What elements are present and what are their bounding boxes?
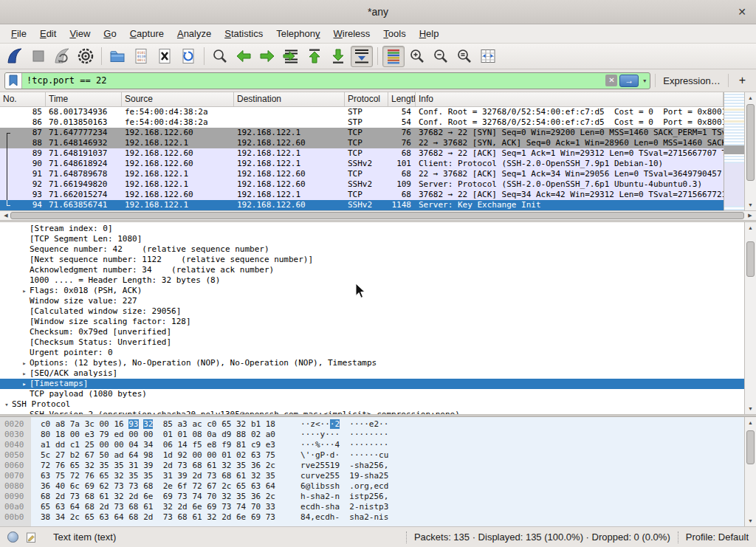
resize-columns-button[interactable]	[477, 46, 499, 67]
menu-view[interactable]: View	[63, 26, 97, 41]
filter-apply-button[interactable]: →	[619, 75, 639, 87]
go-forward-button[interactable]	[256, 46, 278, 67]
expression-button[interactable]: Expression…	[660, 75, 723, 86]
auto-scroll-button[interactable]	[351, 46, 373, 67]
hex-row-00a0[interactable]: 00a065 63 64 68 2d 73 68 61 32 2d 6e 69 …	[0, 502, 744, 512]
detail-line[interactable]: Checksum: 0x79ed [unverified]	[0, 327, 744, 337]
scrollbar-thumb[interactable]	[746, 241, 755, 277]
detail-line[interactable]: Window size value: 227	[0, 296, 744, 306]
save-file-button[interactable]: 010101100011	[130, 46, 152, 67]
hex-bytes[interactable]: c0 a8 7a 3c 00 16 93 32 85 a3 ac c0 65 3…	[31, 419, 286, 430]
close-file-button[interactable]	[154, 46, 176, 67]
status-profile[interactable]: Profile: Default	[686, 531, 749, 543]
column-header-source[interactable]: Source	[122, 92, 234, 106]
hex-row-0080[interactable]: 008036 40 6c 69 62 73 73 68 2e 6f 72 67 …	[0, 481, 744, 492]
hex-ascii[interactable]: \'·gP·d· ······cu	[286, 450, 388, 461]
scrollbar-thumb[interactable]	[746, 104, 755, 181]
menu-capture[interactable]: Capture	[123, 26, 171, 41]
detail-line[interactable]: TCP payload (1080 bytes)	[0, 389, 744, 399]
scrollbar-thumb[interactable]	[746, 430, 755, 464]
column-header-time[interactable]: Time	[46, 92, 122, 106]
column-header-destination[interactable]: Destination	[234, 92, 345, 106]
filter-add-button[interactable]: +	[733, 74, 752, 87]
scroll-down-arrow-icon[interactable]: ▼	[745, 200, 756, 210]
packet-row-94[interactable]: 9471.663856741192.168.122.1192.168.122.6…	[0, 200, 724, 210]
menu-telephony[interactable]: Telephony	[269, 26, 326, 41]
menu-wireless[interactable]: Wireless	[327, 26, 377, 41]
packet-list-header[interactable]: No.TimeSourceDestinationProtocolLengthIn…	[0, 92, 724, 107]
menu-help[interactable]: Help	[413, 26, 446, 41]
detail-line[interactable]: [Checksum Status: Unverified]	[0, 337, 744, 348]
colorize-packets-button[interactable]	[382, 46, 405, 67]
packet-list-vscrollbar[interactable]: ▲ ▼	[744, 92, 756, 210]
hex-bytes[interactable]: 72 76 65 32 35 35 31 39 2d 73 68 61 32 3…	[31, 461, 286, 471]
zoom-out-button[interactable]	[430, 46, 452, 67]
hex-dump[interactable]: 0020c0 a8 7a 3c 00 16 93 32 85 a3 ac c0 …	[0, 417, 744, 526]
menu-analyze[interactable]: Analyze	[171, 26, 218, 41]
hex-row-0020[interactable]: 0020c0 a8 7a 3c 00 16 93 32 85 a3 ac c0 …	[0, 419, 744, 430]
column-header-protocol[interactable]: Protocol	[345, 92, 388, 106]
hex-row-0090[interactable]: 009068 2d 73 68 61 32 2d 6e 69 73 74 70 …	[0, 492, 744, 502]
window-close-button[interactable]: ✕	[735, 5, 749, 18]
scroll-left-arrow-icon[interactable]: ◀	[1, 211, 10, 220]
hex-bytes[interactable]: 65 63 64 68 2d 73 68 61 32 2d 6e 69 73 7…	[31, 502, 286, 512]
detail-line[interactable]: [TCP Segment Len: 1080]	[0, 234, 744, 244]
packet-row-93[interactable]: 9371.662015274192.168.122.60192.168.122.…	[0, 190, 724, 200]
display-filter-field[interactable]: !tcp.port == 22 ✕ → ▾	[4, 72, 650, 89]
zoom-in-button[interactable]	[406, 46, 428, 67]
detail-line[interactable]: [Calculated window size: 29056]	[0, 306, 744, 317]
packet-list-hscrollbar[interactable]: ◀ ▶	[0, 210, 756, 220]
packet-row-89[interactable]: 8971.648191037192.168.122.60192.168.122.…	[0, 148, 724, 159]
hex-bytes[interactable]: 5c 27 b2 67 50 ad 64 98 1d 92 00 00 01 0…	[31, 450, 286, 461]
column-header-length[interactable]: Length	[388, 92, 416, 106]
capture-comment-icon[interactable]	[26, 531, 37, 543]
detail-line[interactable]: ▸[Timestamps]	[0, 379, 744, 389]
packet-row-86[interactable]: 8670.013850163fe:54:00:d4:38:2aSTP54Conf…	[0, 117, 724, 128]
expander-icon[interactable]: ▸	[19, 358, 30, 368]
column-header-no[interactable]: No.	[0, 92, 46, 106]
capture-start-button[interactable]	[4, 46, 26, 67]
hex-ascii[interactable]: ··z<···2 ····e2··	[286, 419, 388, 430]
menu-edit[interactable]: Edit	[33, 26, 63, 41]
hex-row-00b0[interactable]: 00b038 34 2c 65 63 64 68 2d 73 68 61 32 …	[0, 512, 744, 523]
hex-row-0070[interactable]: 007063 75 72 76 65 32 35 35 31 39 2d 73 …	[0, 471, 744, 481]
hex-ascii[interactable]: rve25519 -sha256,	[286, 461, 388, 471]
hex-ascii[interactable]: curve255 19-sha25	[286, 471, 388, 481]
hex-row-0050[interactable]: 00505c 27 b2 67 50 ad 64 98 1d 92 00 00 …	[0, 450, 744, 461]
detail-line[interactable]: Urgent pointer: 0	[0, 348, 744, 358]
menu-file[interactable]: File	[4, 26, 33, 41]
hex-bytes[interactable]: 63 75 72 76 65 32 35 35 31 39 2d 73 68 6…	[31, 471, 286, 481]
detail-line[interactable]: [Next sequence number: 1122 (relative se…	[0, 255, 744, 265]
go-back-button[interactable]	[233, 46, 255, 67]
capture-restart-button[interactable]	[51, 46, 73, 67]
hex-ascii[interactable]: ecdh-sha 2-nistp3	[286, 502, 388, 512]
scroll-up-arrow-icon[interactable]: ▲	[745, 93, 756, 103]
filter-dropdown-caret[interactable]: ▾	[639, 78, 650, 84]
go-to-packet-button[interactable]	[280, 46, 302, 67]
scroll-right-arrow-icon[interactable]: ▶	[746, 211, 755, 220]
expander-icon[interactable]: ▸	[19, 286, 30, 296]
packet-row-91[interactable]: 9171.648789678192.168.122.1192.168.122.6…	[0, 169, 724, 179]
menu-tools[interactable]: Tools	[377, 26, 412, 41]
packet-row-85[interactable]: 8568.001734936fe:54:00:d4:38:2aSTP54Conf…	[0, 107, 724, 117]
detail-line[interactable]: Acknowledgment number: 34 (relative ack …	[0, 265, 744, 275]
packet-row-87[interactable]: 8771.647777234192.168.122.60192.168.122.…	[0, 128, 724, 138]
hex-bytes[interactable]: a1 dd c1 25 00 00 04 34 06 14 f5 e8 f9 8…	[31, 440, 286, 450]
expert-info-icon[interactable]	[7, 531, 18, 543]
detail-line[interactable]: ▸Flags: 0x018 (PSH, ACK)	[0, 286, 744, 296]
expander-icon[interactable]: ▸	[19, 368, 30, 379]
scroll-up-arrow-icon[interactable]: ▲	[745, 418, 756, 427]
detail-line[interactable]: Sequence number: 42 (relative sequence n…	[0, 244, 744, 255]
detail-line[interactable]: ▸[SEQ/ACK analysis]	[0, 368, 744, 379]
filter-input[interactable]: !tcp.port == 22	[22, 73, 605, 89]
hex-bytes[interactable]: 36 40 6c 69 62 73 73 68 2e 6f 72 67 2c 6…	[31, 481, 286, 492]
capture-options-button[interactable]	[75, 46, 97, 67]
detail-line[interactable]: ▾SSH Protocol	[0, 399, 744, 410]
hex-bytes[interactable]: 38 34 2c 65 63 64 68 2d 73 68 61 32 2d 6…	[31, 512, 286, 523]
capture-stop-button[interactable]	[27, 46, 49, 67]
packet-minimap[interactable]	[724, 92, 744, 210]
bytes-vscrollbar[interactable]: ▲ ▼	[744, 417, 756, 526]
go-first-button[interactable]	[303, 46, 326, 67]
hex-bytes[interactable]: 80 18 00 e3 79 ed 00 00 01 01 08 0a d9 8…	[31, 430, 286, 440]
hex-ascii[interactable]: h-sha2-n istp256,	[286, 492, 388, 502]
